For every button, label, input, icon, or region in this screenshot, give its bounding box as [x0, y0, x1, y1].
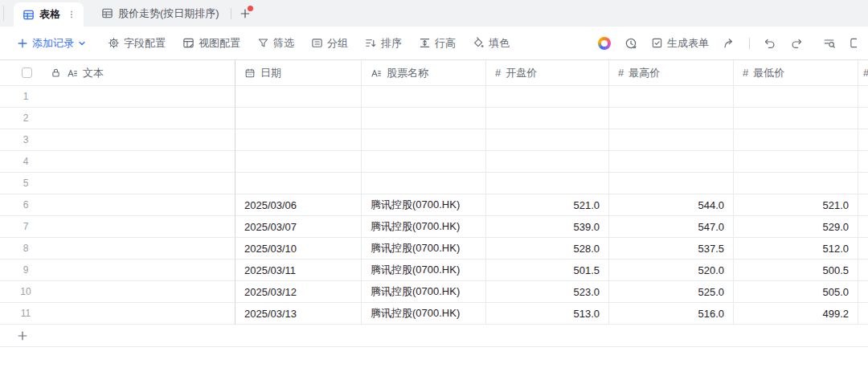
- share-button[interactable]: [723, 37, 735, 50]
- select-all-checkbox[interactable]: [22, 67, 32, 78]
- generate-form-button[interactable]: 生成表单: [651, 36, 709, 51]
- filter-button[interactable]: 筛选: [257, 36, 294, 51]
- cell-stock-name[interactable]: [362, 108, 486, 129]
- cell-date[interactable]: [235, 129, 362, 151]
- tab-table-active[interactable]: 表格: [14, 2, 84, 27]
- cell-open-price[interactable]: 521.0: [486, 194, 609, 216]
- undo-button[interactable]: [764, 37, 776, 50]
- table-row[interactable]: 72025/03/07腾讯控股(0700.HK)539.0547.0529.0: [0, 216, 868, 238]
- cell-stock-name[interactable]: 腾讯控股(0700.HK): [362, 281, 486, 303]
- cell-open-price[interactable]: [486, 86, 609, 108]
- cell-low-price[interactable]: 499.2: [734, 303, 858, 325]
- cell-open-price[interactable]: [486, 173, 609, 194]
- tab-stock-trend[interactable]: 股价走势(按日期排序): [90, 0, 231, 27]
- cell-date[interactable]: 2025/03/07: [235, 216, 362, 238]
- table-row[interactable]: 62025/03/06腾讯控股(0700.HK)521.0544.0521.0: [0, 194, 868, 216]
- header-partial-column[interactable]: #: [858, 60, 868, 86]
- cell-high-price[interactable]: 544.0: [609, 194, 734, 216]
- table-row[interactable]: 2: [0, 108, 868, 129]
- cell-open-price[interactable]: [486, 108, 609, 129]
- cell-open-price[interactable]: 513.0: [486, 303, 609, 325]
- cell-extra[interactable]: [858, 129, 868, 151]
- cell-stock-name[interactable]: 腾讯控股(0700.HK): [362, 303, 486, 325]
- cell-date[interactable]: [235, 108, 362, 129]
- view-config-button[interactable]: 视图配置: [182, 36, 240, 51]
- row-index-cell[interactable]: 5: [0, 173, 235, 194]
- add-record-button[interactable]: 添加记录: [17, 36, 86, 51]
- cell-high-price[interactable]: [609, 86, 734, 108]
- header-low-column[interactable]: # 最低价: [734, 60, 858, 86]
- cell-high-price[interactable]: 547.0: [609, 216, 734, 238]
- history-button[interactable]: [624, 37, 637, 50]
- redo-button[interactable]: [790, 37, 803, 50]
- cell-open-price[interactable]: [486, 151, 609, 173]
- cell-extra[interactable]: [858, 173, 868, 194]
- group-button[interactable]: 分组: [311, 36, 348, 51]
- cell-low-price[interactable]: 500.5: [734, 260, 858, 281]
- table-row[interactable]: 1: [0, 86, 868, 108]
- cell-open-price[interactable]: 528.0: [486, 238, 609, 260]
- table-row[interactable]: 4: [0, 151, 868, 173]
- row-height-button[interactable]: 行高: [419, 36, 456, 51]
- cell-extra[interactable]: [858, 86, 868, 108]
- cell-extra[interactable]: [858, 260, 868, 281]
- cell-high-price[interactable]: [609, 151, 734, 173]
- cell-low-price[interactable]: 505.0: [734, 281, 858, 303]
- header-date-column[interactable]: 日期: [235, 60, 362, 86]
- add-record-row[interactable]: [0, 325, 868, 347]
- table-row[interactable]: 92025/03/11腾讯控股(0700.HK)501.5520.0500.5: [0, 260, 868, 281]
- cell-extra[interactable]: [858, 151, 868, 173]
- table-row[interactable]: 112025/03/13腾讯控股(0700.HK)513.0516.0499.2: [0, 303, 868, 325]
- cell-extra[interactable]: [858, 303, 868, 325]
- row-index-cell[interactable]: 3: [0, 129, 235, 151]
- cell-low-price[interactable]: [734, 129, 858, 151]
- row-index-cell[interactable]: 4: [0, 151, 235, 173]
- cell-high-price[interactable]: 516.0: [609, 303, 734, 325]
- cell-low-price[interactable]: [734, 86, 858, 108]
- cell-open-price[interactable]: [486, 129, 609, 151]
- cell-open-price[interactable]: 501.5: [486, 260, 609, 281]
- cell-stock-name[interactable]: 腾讯控股(0700.HK): [362, 238, 486, 260]
- table-row[interactable]: 3: [0, 129, 868, 151]
- cell-date[interactable]: 2025/03/10: [235, 238, 362, 260]
- cell-open-price[interactable]: 523.0: [486, 281, 609, 303]
- header-high-column[interactable]: # 最高价: [609, 60, 734, 86]
- field-config-button[interactable]: 字段配置: [108, 36, 166, 51]
- cell-stock-name[interactable]: [362, 129, 486, 151]
- cell-high-price[interactable]: 525.0: [609, 281, 734, 303]
- cell-high-price[interactable]: [609, 108, 734, 129]
- table-row[interactable]: 102025/03/12腾讯控股(0700.HK)523.0525.0505.0: [0, 281, 868, 303]
- row-index-cell[interactable]: 1: [0, 86, 235, 108]
- tab-more-icon[interactable]: [67, 10, 76, 19]
- cell-high-price[interactable]: [609, 129, 734, 151]
- cell-date[interactable]: [235, 173, 362, 194]
- cell-date[interactable]: 2025/03/06: [235, 194, 362, 216]
- cell-high-price[interactable]: [609, 173, 734, 194]
- header-stock-name-column[interactable]: 股票名称: [362, 60, 486, 86]
- row-index-cell[interactable]: 2: [0, 108, 235, 129]
- cell-extra[interactable]: [858, 281, 868, 303]
- table-row[interactable]: 5: [0, 173, 868, 194]
- row-index-cell[interactable]: 11: [0, 303, 235, 325]
- header-text-column[interactable]: 文本: [0, 60, 235, 86]
- cell-open-price[interactable]: 539.0: [486, 216, 609, 238]
- cell-date[interactable]: [235, 151, 362, 173]
- cell-stock-name[interactable]: [362, 173, 486, 194]
- cell-extra[interactable]: [858, 194, 868, 216]
- cell-low-price[interactable]: 529.0: [734, 216, 858, 238]
- cell-date[interactable]: 2025/03/11: [235, 260, 362, 281]
- cell-low-price[interactable]: 512.0: [734, 238, 858, 260]
- table-row[interactable]: 82025/03/10腾讯控股(0700.HK)528.0537.5512.0: [0, 238, 868, 260]
- sort-button[interactable]: 排序: [365, 36, 402, 51]
- cell-stock-name[interactable]: 腾讯控股(0700.HK): [362, 216, 486, 238]
- cell-extra[interactable]: [858, 238, 868, 260]
- cell-stock-name[interactable]: [362, 86, 486, 108]
- fill-color-button[interactable]: 填色: [473, 36, 510, 51]
- cell-high-price[interactable]: 537.5: [609, 238, 734, 260]
- cell-extra[interactable]: [858, 108, 868, 129]
- row-index-cell[interactable]: 10: [0, 281, 235, 303]
- cell-low-price[interactable]: 521.0: [734, 194, 858, 216]
- cell-stock-name[interactable]: 腾讯控股(0700.HK): [362, 194, 486, 216]
- cell-stock-name[interactable]: [362, 151, 486, 173]
- cell-stock-name[interactable]: 腾讯控股(0700.HK): [362, 260, 486, 281]
